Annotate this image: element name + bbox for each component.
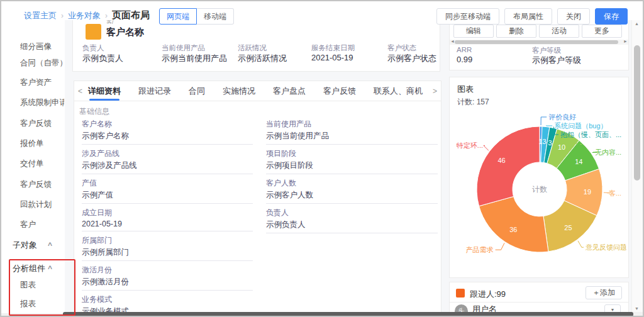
add-follower-button[interactable]: ＋添加 bbox=[586, 286, 622, 299]
topbar-actions: 同步至移动端布局属性关闭保存 bbox=[436, 8, 628, 25]
segment-label: 系统问题（bug） bbox=[554, 122, 607, 130]
field-value: 2021-05-19 bbox=[311, 53, 353, 62]
field-value: 示例负责人 bbox=[82, 53, 123, 64]
scroll-left-icon[interactable]: ◄ bbox=[450, 39, 455, 43]
tab-实施情况[interactable]: 实施情况 bbox=[223, 81, 255, 101]
sidebar-item[interactable]: 客户资产 bbox=[20, 77, 52, 88]
sidebar-item[interactable]: 客户 bbox=[20, 220, 36, 230]
field-value: 示例客户人数 bbox=[266, 190, 438, 201]
segment-value-label: 25 bbox=[564, 224, 572, 231]
sidebar-item[interactable]: 回款计划 bbox=[20, 199, 52, 210]
chevron-up-icon[interactable]: ^ bbox=[48, 264, 52, 273]
field-value: 2021-05-19 bbox=[82, 220, 253, 228]
form-section-title: 基础信息 bbox=[79, 106, 109, 117]
sidebar-item[interactable]: 客户反馈 bbox=[20, 179, 52, 190]
field-value: 示例当前使用产品 bbox=[266, 131, 438, 142]
field-label: 活跃情况 bbox=[238, 43, 267, 53]
tabs: 详细资料跟进记录合同实施情况客户盘点客户反馈联系人、商机 bbox=[74, 81, 441, 101]
sidebar-item[interactable]: 客户反馈 bbox=[20, 118, 52, 129]
record-action-button[interactable]: 更多 bbox=[582, 25, 622, 38]
field-label: 当前使用产品 bbox=[266, 119, 438, 130]
form-field: 产值示例产值 bbox=[82, 178, 253, 204]
form-field: 客户名称示例客户名称 bbox=[82, 119, 253, 145]
tab-scroll-right-icon[interactable]: > bbox=[433, 87, 437, 96]
metric-value: 示例客户等级 bbox=[532, 55, 581, 66]
toolbar-button[interactable]: 关闭 bbox=[557, 8, 590, 25]
field-value: 示例所属部门 bbox=[82, 247, 253, 258]
form-field: 客户人数示例客户人数 bbox=[266, 178, 438, 204]
scroll-right-icon[interactable]: ► bbox=[623, 39, 628, 43]
field-value: 示例活跃情况 bbox=[238, 53, 287, 64]
field-label: 负责人 bbox=[82, 43, 104, 53]
vertical-scrollbar-thumb[interactable] bbox=[634, 45, 640, 181]
field-label: 成立日期 bbox=[82, 208, 253, 218]
tab-合同[interactable]: 合同 bbox=[189, 81, 205, 101]
sidebar-item[interactable]: 报价单 bbox=[20, 138, 44, 149]
label-leader-line bbox=[484, 145, 489, 150]
view-toggle-mobile[interactable]: 移动端 bbox=[197, 8, 234, 25]
field-value: 示例客户状态 bbox=[387, 53, 436, 64]
tab-跟进记录[interactable]: 跟进记录 bbox=[138, 81, 171, 101]
chevron-up-icon[interactable]: ^ bbox=[48, 241, 52, 250]
record-action-button[interactable]: 活动 bbox=[539, 25, 579, 38]
field-value: 示例项目阶段 bbox=[266, 160, 438, 171]
actions-scrollbar-thumb[interactable] bbox=[455, 40, 618, 44]
view-toggle: 网页端移动端 bbox=[159, 8, 234, 25]
scroll-down-icon[interactable]: ▼ bbox=[635, 306, 639, 311]
toolbar-button[interactable]: 布局属性 bbox=[504, 8, 552, 25]
save-button[interactable]: 保存 bbox=[595, 8, 628, 25]
donut-segment bbox=[479, 196, 548, 252]
field-label: 客户名称 bbox=[82, 119, 253, 130]
customer-icon bbox=[86, 24, 101, 40]
form-field: 涉及产品线示例涉及产品线 bbox=[82, 148, 253, 174]
sidebar-item[interactable]: 合同（自带） bbox=[20, 58, 64, 69]
donut-center-label: 计数 bbox=[532, 185, 547, 194]
segment-label: - bbox=[580, 140, 582, 147]
field-label: 负责人 bbox=[266, 208, 438, 218]
label-leader-line bbox=[541, 117, 547, 125]
field-label: 当前使用产品 bbox=[162, 43, 205, 53]
field-value: 示例产值 bbox=[82, 190, 253, 201]
tab-详细资料[interactable]: 详细资料 bbox=[88, 81, 121, 101]
horizontal-scrollbar-thumb[interactable] bbox=[63, 312, 633, 316]
field-label: 业务模式 bbox=[82, 294, 253, 305]
field-value: 示例当前使用产品 bbox=[162, 53, 227, 64]
field-label: 产值 bbox=[82, 178, 253, 189]
field-label: 服务结束日期 bbox=[311, 43, 355, 53]
donut-segment bbox=[477, 126, 540, 206]
form-field: 项目阶段示例项目阶段 bbox=[266, 148, 438, 174]
metric-value: 0.99 bbox=[457, 55, 472, 64]
actions-horizontal-scrollbar[interactable]: ◄ ► bbox=[450, 40, 628, 45]
sidebar: 细分画像合同（自带）客户资产系统限制申请明细客户反馈报价单交付单客户反馈回款计划… bbox=[1, 20, 65, 313]
scroll-up-icon[interactable]: ▲ bbox=[635, 21, 639, 26]
sidebar-group-子对象[interactable]: 子对象 bbox=[13, 240, 37, 251]
tab-客户反馈[interactable]: 客户反馈 bbox=[323, 81, 356, 101]
record-action-button[interactable]: 删除 bbox=[496, 25, 536, 38]
chart-title: 图表 bbox=[457, 84, 474, 95]
metric-label: 客户等级 bbox=[532, 46, 561, 55]
tab-客户盘点[interactable]: 客户盘点 bbox=[273, 81, 306, 101]
sidebar-item[interactable]: 交付单 bbox=[20, 158, 44, 169]
view-toggle-web[interactable]: 网页端 bbox=[159, 8, 197, 25]
follower-icon bbox=[456, 289, 465, 298]
toolbar-button[interactable]: 同步至移动端 bbox=[436, 8, 499, 25]
form-field: 所属部门示例所属部门 bbox=[82, 235, 253, 261]
field-label: 项目阶段 bbox=[266, 148, 438, 159]
sidebar-item[interactable]: 报表 bbox=[20, 299, 36, 309]
segment-value-label: 19 bbox=[584, 188, 591, 196]
tab-联系人、商机[interactable]: 联系人、商机 bbox=[374, 81, 423, 101]
vertical-scrollbar[interactable]: ▲ ▼ bbox=[631, 19, 643, 313]
segment-value-label: 46 bbox=[497, 157, 505, 164]
field-value: 示例客户名称 bbox=[82, 131, 253, 142]
sidebar-item[interactable]: 细分画像 bbox=[20, 42, 52, 52]
sidebar-item[interactable]: 图表 bbox=[20, 280, 36, 291]
record-action-button[interactable]: 编辑 bbox=[453, 25, 494, 38]
metric-label: ARR bbox=[457, 46, 472, 53]
sidebar-item[interactable]: 系统限制申请明细 bbox=[20, 97, 64, 108]
segment-value-label: 14 bbox=[575, 158, 582, 165]
sidebar-group-分析组件[interactable]: 分析组件 bbox=[13, 263, 45, 274]
record-actions-card: 编辑删除活动更多 ◄ ► ARR0.99客户等级示例客户等级 bbox=[449, 18, 629, 70]
field-value: 示例激活月份 bbox=[82, 277, 253, 287]
breadcrumb-link[interactable]: 业务对象 bbox=[68, 10, 101, 21]
breadcrumb-link[interactable]: 设置主页 bbox=[24, 10, 57, 21]
